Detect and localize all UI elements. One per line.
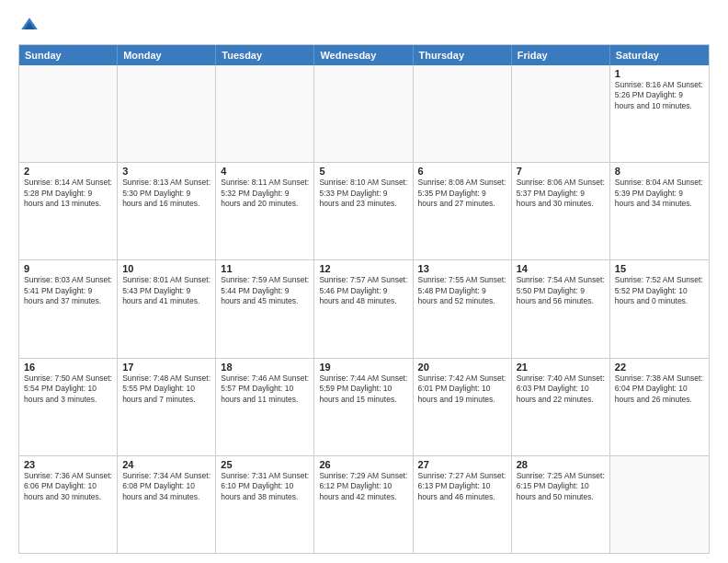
day-number: 22 bbox=[615, 362, 704, 373]
calendar-row-3: 9Sunrise: 8:03 AM Sunset: 5:41 PM Daylig… bbox=[19, 259, 709, 357]
header-day-thursday: Thursday bbox=[414, 45, 512, 65]
calendar-cell: 14Sunrise: 7:54 AM Sunset: 5:50 PM Dayli… bbox=[512, 260, 610, 357]
calendar-cell bbox=[118, 65, 216, 162]
day-number: 27 bbox=[418, 459, 506, 470]
day-info: Sunrise: 7:48 AM Sunset: 5:55 PM Dayligh… bbox=[122, 373, 210, 405]
page: SundayMondayTuesdayWednesdayThursdayFrid… bbox=[0, 0, 728, 563]
day-number: 10 bbox=[122, 263, 210, 274]
day-number: 26 bbox=[319, 459, 407, 470]
day-info: Sunrise: 7:52 AM Sunset: 5:52 PM Dayligh… bbox=[615, 275, 704, 306]
calendar-cell: 1Sunrise: 8:16 AM Sunset: 5:26 PM Daylig… bbox=[610, 65, 709, 162]
calendar-body: 1Sunrise: 8:16 AM Sunset: 5:26 PM Daylig… bbox=[19, 65, 709, 553]
calendar-row-2: 2Sunrise: 8:14 AM Sunset: 5:28 PM Daylig… bbox=[19, 162, 709, 259]
calendar-cell bbox=[314, 65, 413, 162]
day-number: 6 bbox=[418, 166, 506, 177]
day-number: 15 bbox=[615, 263, 704, 274]
day-number: 5 bbox=[319, 166, 407, 177]
day-number: 21 bbox=[517, 362, 605, 373]
day-info: Sunrise: 7:40 AM Sunset: 6:03 PM Dayligh… bbox=[517, 373, 605, 405]
calendar-cell bbox=[216, 65, 314, 162]
day-info: Sunrise: 8:01 AM Sunset: 5:43 PM Dayligh… bbox=[122, 275, 210, 306]
day-info: Sunrise: 7:42 AM Sunset: 6:01 PM Dayligh… bbox=[418, 373, 506, 405]
calendar-cell: 20Sunrise: 7:42 AM Sunset: 6:01 PM Dayli… bbox=[414, 359, 512, 455]
day-number: 24 bbox=[122, 459, 210, 470]
day-info: Sunrise: 8:08 AM Sunset: 5:35 PM Dayligh… bbox=[418, 178, 506, 209]
header bbox=[18, 15, 710, 37]
day-info: Sunrise: 7:57 AM Sunset: 5:46 PM Dayligh… bbox=[319, 275, 407, 306]
calendar-cell: 19Sunrise: 7:44 AM Sunset: 5:59 PM Dayli… bbox=[314, 359, 413, 455]
day-number: 8 bbox=[615, 166, 704, 177]
calendar-cell: 4Sunrise: 8:11 AM Sunset: 5:32 PM Daylig… bbox=[216, 163, 314, 259]
day-info: Sunrise: 7:38 AM Sunset: 6:04 PM Dayligh… bbox=[615, 373, 704, 405]
day-number: 7 bbox=[517, 166, 605, 177]
calendar-cell: 23Sunrise: 7:36 AM Sunset: 6:06 PM Dayli… bbox=[19, 456, 118, 553]
calendar-row-1: 1Sunrise: 8:16 AM Sunset: 5:26 PM Daylig… bbox=[19, 65, 709, 162]
calendar-cell: 24Sunrise: 7:34 AM Sunset: 6:08 PM Dayli… bbox=[118, 456, 216, 553]
day-number: 14 bbox=[517, 263, 605, 274]
day-number: 3 bbox=[122, 166, 210, 177]
calendar-cell bbox=[19, 65, 118, 162]
day-number: 17 bbox=[122, 362, 210, 373]
header-day-friday: Friday bbox=[512, 45, 610, 65]
calendar-cell: 13Sunrise: 7:55 AM Sunset: 5:48 PM Dayli… bbox=[414, 260, 512, 357]
header-day-sunday: Sunday bbox=[19, 45, 118, 65]
day-info: Sunrise: 8:13 AM Sunset: 5:30 PM Dayligh… bbox=[122, 178, 210, 209]
day-info: Sunrise: 7:34 AM Sunset: 6:08 PM Dayligh… bbox=[122, 471, 210, 502]
calendar-cell: 6Sunrise: 8:08 AM Sunset: 5:35 PM Daylig… bbox=[414, 163, 512, 259]
day-number: 11 bbox=[221, 263, 309, 274]
calendar-cell: 15Sunrise: 7:52 AM Sunset: 5:52 PM Dayli… bbox=[610, 260, 709, 357]
calendar-cell: 25Sunrise: 7:31 AM Sunset: 6:10 PM Dayli… bbox=[216, 456, 314, 553]
calendar-cell: 28Sunrise: 7:25 AM Sunset: 6:15 PM Dayli… bbox=[512, 456, 610, 553]
day-info: Sunrise: 7:25 AM Sunset: 6:15 PM Dayligh… bbox=[517, 471, 605, 502]
calendar-row-5: 23Sunrise: 7:36 AM Sunset: 6:06 PM Dayli… bbox=[19, 455, 709, 553]
calendar-cell: 12Sunrise: 7:57 AM Sunset: 5:46 PM Dayli… bbox=[314, 260, 413, 357]
calendar-header: SundayMondayTuesdayWednesdayThursdayFrid… bbox=[19, 45, 709, 65]
day-info: Sunrise: 8:11 AM Sunset: 5:32 PM Dayligh… bbox=[221, 178, 309, 209]
calendar-cell: 3Sunrise: 8:13 AM Sunset: 5:30 PM Daylig… bbox=[118, 163, 216, 259]
day-number: 23 bbox=[24, 459, 112, 470]
day-info: Sunrise: 8:03 AM Sunset: 5:41 PM Dayligh… bbox=[24, 275, 112, 306]
day-info: Sunrise: 8:10 AM Sunset: 5:33 PM Dayligh… bbox=[319, 178, 407, 209]
header-day-saturday: Saturday bbox=[610, 45, 709, 65]
calendar: SundayMondayTuesdayWednesdayThursdayFrid… bbox=[18, 44, 710, 554]
calendar-cell bbox=[512, 65, 610, 162]
calendar-row-4: 16Sunrise: 7:50 AM Sunset: 5:54 PM Dayli… bbox=[19, 358, 709, 455]
day-info: Sunrise: 7:55 AM Sunset: 5:48 PM Dayligh… bbox=[418, 275, 506, 306]
day-number: 9 bbox=[24, 263, 112, 274]
day-number: 19 bbox=[319, 362, 407, 373]
day-info: Sunrise: 7:36 AM Sunset: 6:06 PM Dayligh… bbox=[24, 471, 112, 502]
calendar-cell: 27Sunrise: 7:27 AM Sunset: 6:13 PM Dayli… bbox=[414, 456, 512, 553]
day-info: Sunrise: 7:54 AM Sunset: 5:50 PM Dayligh… bbox=[517, 275, 605, 306]
header-day-monday: Monday bbox=[118, 45, 216, 65]
day-info: Sunrise: 7:31 AM Sunset: 6:10 PM Dayligh… bbox=[221, 471, 309, 502]
day-info: Sunrise: 8:06 AM Sunset: 5:37 PM Dayligh… bbox=[517, 178, 605, 209]
day-number: 28 bbox=[517, 459, 605, 470]
day-number: 13 bbox=[418, 263, 506, 274]
calendar-cell: 21Sunrise: 7:40 AM Sunset: 6:03 PM Dayli… bbox=[512, 359, 610, 455]
calendar-cell: 16Sunrise: 7:50 AM Sunset: 5:54 PM Dayli… bbox=[19, 359, 118, 455]
calendar-cell: 5Sunrise: 8:10 AM Sunset: 5:33 PM Daylig… bbox=[314, 163, 413, 259]
day-info: Sunrise: 8:16 AM Sunset: 5:26 PM Dayligh… bbox=[615, 80, 704, 111]
logo-icon bbox=[18, 15, 40, 37]
calendar-cell: 17Sunrise: 7:48 AM Sunset: 5:55 PM Dayli… bbox=[118, 359, 216, 455]
calendar-cell: 22Sunrise: 7:38 AM Sunset: 6:04 PM Dayli… bbox=[610, 359, 709, 455]
calendar-cell: 9Sunrise: 8:03 AM Sunset: 5:41 PM Daylig… bbox=[19, 260, 118, 357]
day-info: Sunrise: 7:44 AM Sunset: 5:59 PM Dayligh… bbox=[319, 373, 407, 405]
day-info: Sunrise: 7:27 AM Sunset: 6:13 PM Dayligh… bbox=[418, 471, 506, 502]
day-number: 20 bbox=[418, 362, 506, 373]
day-number: 12 bbox=[319, 263, 407, 274]
calendar-cell bbox=[610, 456, 709, 553]
calendar-cell: 18Sunrise: 7:46 AM Sunset: 5:57 PM Dayli… bbox=[216, 359, 314, 455]
day-info: Sunrise: 7:29 AM Sunset: 6:12 PM Dayligh… bbox=[319, 471, 407, 502]
calendar-cell: 2Sunrise: 8:14 AM Sunset: 5:28 PM Daylig… bbox=[19, 163, 118, 259]
day-number: 2 bbox=[24, 166, 112, 177]
day-info: Sunrise: 7:59 AM Sunset: 5:44 PM Dayligh… bbox=[221, 275, 309, 306]
logo bbox=[18, 15, 44, 37]
calendar-cell bbox=[414, 65, 512, 162]
day-info: Sunrise: 7:46 AM Sunset: 5:57 PM Dayligh… bbox=[221, 373, 309, 405]
calendar-cell: 26Sunrise: 7:29 AM Sunset: 6:12 PM Dayli… bbox=[314, 456, 413, 553]
day-info: Sunrise: 8:04 AM Sunset: 5:39 PM Dayligh… bbox=[615, 178, 704, 209]
calendar-cell: 11Sunrise: 7:59 AM Sunset: 5:44 PM Dayli… bbox=[216, 260, 314, 357]
day-number: 16 bbox=[24, 362, 112, 373]
calendar-cell: 10Sunrise: 8:01 AM Sunset: 5:43 PM Dayli… bbox=[118, 260, 216, 357]
